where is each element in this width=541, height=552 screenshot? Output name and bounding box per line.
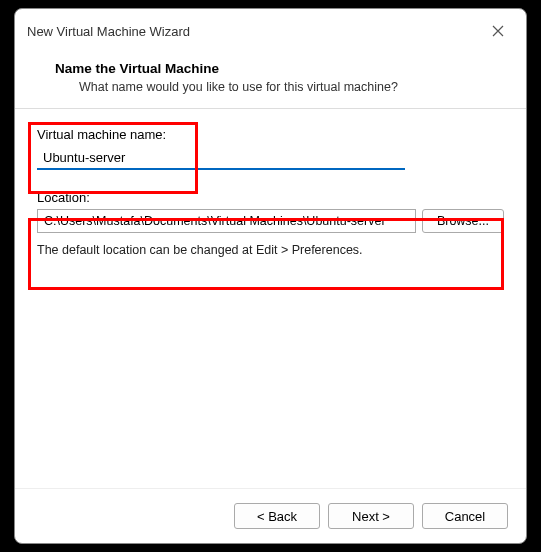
browse-button[interactable]: Browse... (422, 209, 504, 233)
wizard-header: Name the Virtual Machine What name would… (15, 53, 526, 109)
close-icon (492, 25, 504, 37)
next-button[interactable]: Next > (328, 503, 414, 529)
titlebar: New Virtual Machine Wizard (15, 9, 526, 53)
location-label: Location: (37, 190, 504, 205)
page-title: Name the Virtual Machine (55, 61, 502, 76)
location-row: Browse... (37, 209, 504, 233)
wizard-dialog: New Virtual Machine Wizard Name the Virt… (14, 8, 527, 544)
location-input[interactable] (37, 209, 416, 233)
window-title: New Virtual Machine Wizard (27, 24, 190, 39)
wizard-footer: < Back Next > Cancel (15, 488, 526, 543)
vm-name-label: Virtual machine name: (37, 127, 504, 142)
close-button[interactable] (482, 17, 514, 45)
back-button[interactable]: < Back (234, 503, 320, 529)
page-subtitle: What name would you like to use for this… (55, 80, 502, 94)
cancel-button[interactable]: Cancel (422, 503, 508, 529)
wizard-content: Virtual machine name: Location: Browse..… (15, 109, 526, 488)
location-hint: The default location can be changed at E… (37, 243, 504, 257)
vm-name-input[interactable] (37, 146, 405, 170)
